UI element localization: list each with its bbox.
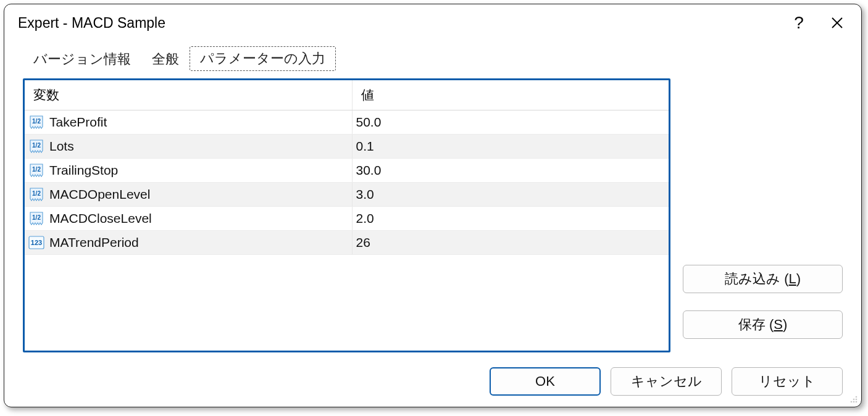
variable-name: MACDOpenLevel [49, 187, 150, 202]
svg-point-10 [853, 399, 855, 401]
value-cell[interactable]: 30.0 [352, 159, 669, 183]
variable-name: TrailingStop [49, 163, 118, 178]
table-row[interactable]: 1/2Lots0.1 [25, 135, 669, 159]
double-type-icon: 1/2 [28, 114, 44, 130]
variable-name: MACDCloseLevel [49, 211, 152, 226]
svg-text:1/2: 1/2 [32, 214, 41, 221]
double-type-icon: 1/2 [28, 210, 44, 227]
tab-version-info[interactable]: バージョン情報 [23, 47, 141, 71]
svg-text:1/2: 1/2 [32, 190, 41, 197]
tab-general[interactable]: 全般 [141, 47, 190, 71]
table-row[interactable]: 1/2TrailingStop30.0 [25, 159, 669, 183]
column-header-value[interactable]: 値 [352, 80, 669, 110]
svg-text:1/2: 1/2 [32, 118, 41, 125]
svg-text:1/2: 1/2 [32, 166, 41, 173]
window-title: Expert - MACD Sample [18, 15, 780, 31]
close-icon [831, 17, 843, 29]
column-header-variable[interactable]: 変数 [25, 80, 352, 110]
table-row[interactable]: 1/2TakeProfit50.0 [25, 110, 669, 135]
variable-cell[interactable]: 1/2MACDOpenLevel [25, 183, 352, 207]
double-type-icon: 1/2 [28, 186, 44, 202]
reset-button[interactable]: リセット [732, 367, 843, 396]
svg-point-14 [856, 401, 858, 403]
dialog-button-row: OK キャンセル リセット [4, 361, 861, 407]
dialog-window: Expert - MACD Sample ? バージョン情報 全般 パラメーター… [4, 4, 862, 407]
load-button[interactable]: 読み込み (L) [683, 265, 843, 293]
svg-text:123: 123 [31, 239, 42, 246]
save-button-key: S [774, 317, 783, 333]
variable-name: MATrendPeriod [49, 235, 139, 250]
value-cell[interactable]: 3.0 [352, 183, 669, 207]
variable-name: TakeProfit [49, 115, 107, 130]
tab-parameters[interactable]: パラメーターの入力 [190, 46, 336, 71]
value-cell[interactable]: 50.0 [352, 110, 669, 135]
table-row[interactable]: 1/2MACDOpenLevel3.0 [25, 183, 669, 207]
load-button-prefix: 読み込み ( [725, 270, 788, 288]
value-cell[interactable]: 2.0 [352, 207, 669, 231]
value-cell[interactable]: 26 [352, 231, 669, 255]
resize-grip-icon[interactable] [848, 393, 859, 404]
variable-cell[interactable]: 1/2Lots [25, 135, 352, 159]
close-button[interactable] [818, 6, 856, 40]
titlebar: Expert - MACD Sample ? [4, 4, 861, 41]
ok-button[interactable]: OK [490, 367, 601, 396]
parameters-table-container: 変数 値 1/2TakeProfit50.01/2Lots0.11/2Trail… [23, 78, 670, 352]
svg-point-11 [856, 399, 858, 401]
variable-name: Lots [49, 139, 74, 154]
table-row[interactable]: 1/2MACDCloseLevel2.0 [25, 207, 669, 231]
svg-point-9 [856, 396, 858, 398]
variable-cell[interactable]: 1/2MACDCloseLevel [25, 207, 352, 231]
integer-type-icon: 123 [28, 235, 44, 251]
side-button-column: 読み込み (L) 保存 (S) [683, 78, 843, 361]
variable-cell[interactable]: 123MATrendPeriod [25, 231, 352, 255]
double-type-icon: 1/2 [28, 162, 44, 178]
svg-text:1/2: 1/2 [32, 142, 41, 149]
content-area: 変数 値 1/2TakeProfit50.01/2Lots0.11/2Trail… [4, 71, 861, 361]
value-cell[interactable]: 0.1 [352, 135, 669, 159]
double-type-icon: 1/2 [28, 138, 44, 154]
parameters-table: 変数 値 1/2TakeProfit50.01/2Lots0.11/2Trail… [25, 80, 669, 255]
table-row[interactable]: 123MATrendPeriod26 [25, 231, 669, 255]
load-button-key: L [789, 271, 796, 287]
svg-point-12 [851, 401, 853, 403]
cancel-button[interactable]: キャンセル [611, 367, 722, 396]
variable-cell[interactable]: 1/2TakeProfit [25, 110, 352, 135]
save-button[interactable]: 保存 (S) [683, 310, 843, 339]
variable-cell[interactable]: 1/2TrailingStop [25, 159, 352, 183]
load-button-suffix: ) [796, 271, 801, 287]
svg-point-13 [853, 401, 855, 403]
save-button-prefix: 保存 ( [738, 315, 774, 334]
help-button[interactable]: ? [780, 6, 818, 40]
tab-bar: バージョン情報 全般 パラメーターの入力 [4, 41, 861, 71]
save-button-suffix: ) [783, 317, 787, 333]
